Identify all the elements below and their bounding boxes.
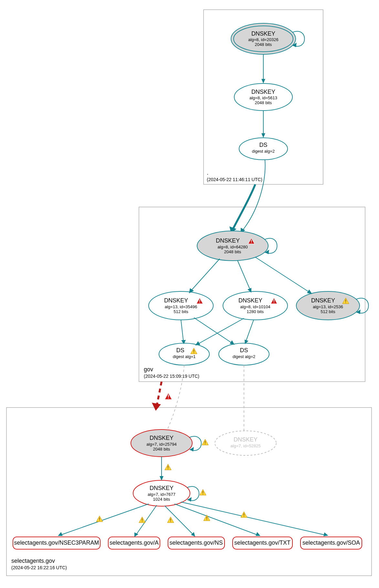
node-gov-zsk3: DNSKEY alg=13, id=2536 512 bits [296,291,360,320]
svg-text:DNSKEY: DNSKEY [216,237,240,244]
svg-text:selectagents.gov/A: selectagents.gov/A [110,539,159,546]
node-gov-zsk1: DNSKEY alg=13, id=35496 512 bits [149,291,213,320]
svg-text:512 bits: 512 bits [321,309,335,314]
node-gov-zsk2: DNSKEY alg=8, id=10104 1280 bits [223,291,288,320]
rrset-ns: selectagents.gov/NS [168,537,225,549]
warning-icon [165,464,171,470]
svg-text:alg=13, id=2536: alg=13, id=2536 [313,304,343,309]
svg-rect-74 [205,444,205,444]
svg-rect-107 [142,521,142,522]
rrset-soa: selectagents.gov/SOA [300,537,362,549]
svg-rect-30 [199,299,200,302]
svg-text:alg=7, id=7677: alg=7, id=7677 [148,492,175,497]
svg-rect-115 [206,519,207,520]
svg-marker-104 [134,532,138,537]
svg-marker-112 [256,532,260,536]
svg-rect-114 [206,517,207,519]
svg-marker-63 [152,403,161,411]
svg-text:DS: DS [176,347,184,354]
svg-text:alg=13, id=35496: alg=13, id=35496 [165,304,197,309]
svg-text:2048 bits: 2048 bits [153,447,170,452]
svg-text:DNSKEY: DNSKEY [150,435,174,441]
svg-rect-119 [244,516,244,517]
svg-text:alg=8, id=5613: alg=8, id=5613 [249,95,277,100]
warning-icon [202,439,208,445]
svg-text:alg=7, id=25794: alg=7, id=25794 [146,442,176,447]
svg-text:digest alg=2: digest alg=2 [252,149,275,154]
svg-rect-52 [194,353,194,353]
svg-marker-100 [58,532,63,536]
svg-text:DNSKEY: DNSKEY [238,297,262,304]
svg-text:alg=7, id=52825: alg=7, id=52825 [230,443,260,448]
zone-leaf-time: (2024-05-22 16:22:16 UTC) [11,565,67,570]
node-root-ksk: DNSKEY alg=8, id=20326 2048 bits [231,23,296,54]
svg-rect-89 [168,469,168,469]
svg-point-75 [215,431,276,455]
svg-text:selectagents.gov/NS: selectagents.gov/NS [169,539,223,546]
svg-rect-38 [274,302,274,303]
svg-marker-60 [230,340,235,345]
svg-rect-84 [203,491,203,493]
svg-text:digest alg=2: digest alg=2 [233,354,255,359]
svg-text:1024 bits: 1024 bits [153,497,170,502]
svg-text:DNSKEY: DNSKEY [150,485,174,491]
svg-text:selectagents.gov/NSEC3PARAM: selectagents.gov/NSEC3PARAM [14,539,99,546]
svg-rect-111 [170,521,171,522]
edge-gov-to-leaf-warning [157,382,162,406]
svg-rect-45 [345,302,346,303]
svg-marker-58 [307,289,312,294]
svg-text:alg=8, id=20326: alg=8, id=20326 [248,37,278,42]
svg-marker-13 [261,79,265,83]
edge-root-ds-to-gov-ksk [242,160,265,231]
svg-marker-86 [160,476,163,481]
svg-rect-31 [199,302,200,303]
svg-text:digest alg=1: digest alg=1 [173,354,195,359]
node-gov-ds2: DS digest alg=2 [219,343,269,365]
node-sa-ksk: DNSKEY alg=7, id=25794 2048 bits [131,430,192,457]
zone-root-time: (2024-05-22 11:46:11 UTC) [207,177,262,182]
svg-text:selectagents.gov/SOA: selectagents.gov/SOA [302,539,360,546]
zone-gov-time: (2024-05-22 15:09:19 UTC) [144,374,199,379]
svg-text:DNSKEY: DNSKEY [234,436,258,443]
svg-rect-65 [168,395,169,397]
svg-text:DS: DS [259,142,267,148]
warning-icon [200,489,206,495]
svg-text:DS: DS [240,347,248,354]
svg-rect-103 [99,520,100,521]
svg-rect-37 [274,299,274,302]
svg-rect-23 [251,243,252,243]
svg-rect-85 [203,494,203,495]
node-gov-ds1: DS digest alg=1 [159,343,209,365]
node-root-ds: DS digest alg=2 [239,138,288,160]
node-sa-missing: DNSKEY alg=7, id=52825 [215,431,276,455]
node-root-zsk: DNSKEY alg=8, id=5613 2048 bits [234,83,292,111]
svg-rect-102 [99,517,100,520]
svg-text:512 bits: 512 bits [174,309,188,314]
svg-rect-66 [168,398,169,398]
svg-text:DNSKEY: DNSKEY [251,89,275,95]
svg-marker-116 [323,532,328,536]
zone-leaf-label: selectagents.gov [11,558,55,564]
svg-text:alg=8, id=64280: alg=8, id=64280 [217,245,247,249]
svg-text:selectagents.gov/TXT: selectagents.gov/TXT [234,539,290,546]
svg-text:2048 bits: 2048 bits [255,100,272,105]
zone-gov-label: gov [144,366,153,373]
node-gov-ksk: DNSKEY alg=8, id=64280 2048 bits [197,231,268,261]
svg-text:DNSKEY: DNSKEY [311,297,335,304]
svg-text:2048 bits: 2048 bits [224,249,241,254]
svg-rect-110 [170,518,171,521]
rrset-txt: selectagents.gov/TXT [233,537,292,549]
svg-text:DNSKEY: DNSKEY [164,297,188,304]
svg-marker-14 [261,133,265,138]
svg-rect-22 [251,240,252,242]
svg-text:2048 bits: 2048 bits [255,42,272,47]
svg-rect-44 [345,299,346,302]
svg-rect-106 [142,518,142,521]
warning-icon [165,393,172,399]
svg-text:DNSKEY: DNSKEY [251,30,275,37]
svg-rect-118 [244,513,244,516]
svg-text:1280 bits: 1280 bits [247,309,264,314]
svg-text:alg=8, id=10104: alg=8, id=10104 [240,304,270,309]
svg-rect-88 [168,466,168,468]
rrset-nsec3param: selectagents.gov/NSEC3PARAM [13,537,100,549]
